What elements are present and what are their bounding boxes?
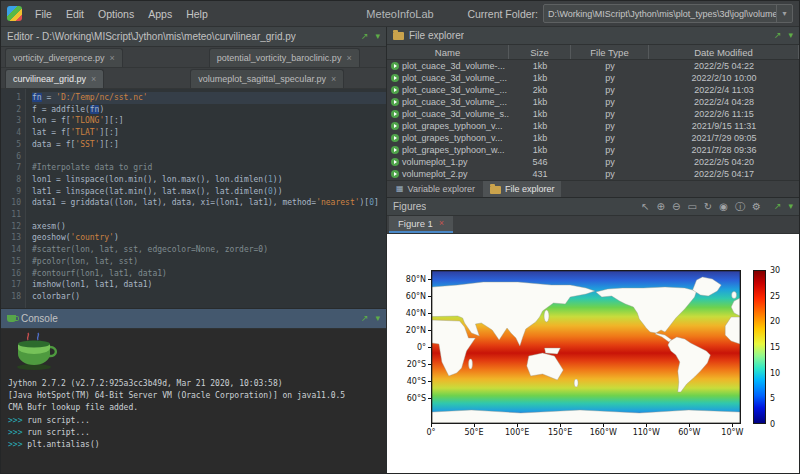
float-icon[interactable]: ↗ <box>774 202 782 211</box>
editor-tab-row-2: curvilinear_grid.py×volumeplot_sagittal_… <box>1 68 386 89</box>
console-line: >>> plt.antialias() <box>8 439 379 451</box>
colorbar-tick-label: 30 <box>770 266 780 275</box>
minimize-icon[interactable]: ▾ <box>788 202 793 211</box>
code-line: colorbar() <box>32 291 386 303</box>
menu-file[interactable]: File <box>28 5 59 23</box>
float-icon[interactable]: ↗ <box>774 31 782 40</box>
editor-tab[interactable]: potential_vorticity_baroclinic.py× <box>209 48 360 67</box>
table-row[interactable]: plot_cuace_3d_volume_...1kbpy2022/2/10 1… <box>387 72 799 84</box>
line-number: 6 <box>1 151 21 163</box>
figures-toolbar: ↖⊕⊖▭↻◉ⓘ⚙ <box>641 202 761 212</box>
column-header-file-type[interactable]: File Type <box>571 45 649 59</box>
current-folder-combobox[interactable]: D:\Working\MIScript\Jython\mis\plot_type… <box>543 4 793 23</box>
rotate-icon[interactable]: ↻ <box>704 202 712 212</box>
line-number: 3 <box>1 115 21 127</box>
y-tick <box>428 364 431 365</box>
close-tab-icon[interactable]: × <box>91 75 96 84</box>
code-line: f = addfile(fn) <box>32 104 386 116</box>
code-line: geoshow('country') <box>32 232 386 244</box>
table-row[interactable]: plot_cuace_3d_volume-...1kbpy2022/2/5 04… <box>387 60 799 72</box>
file-size: 2kb <box>509 85 571 95</box>
info-icon[interactable]: ⓘ <box>735 202 745 212</box>
column-header-name[interactable]: Name <box>387 45 509 59</box>
table-row[interactable]: plot_cuace_3d_volume_s...1kbpy2022/2/6 1… <box>387 108 799 120</box>
column-header-date-modified[interactable]: Date Modified <box>649 45 799 59</box>
menu-help[interactable]: Help <box>179 5 215 23</box>
editor-panel-header: Editor - D:\Working\MIScript\Jython\mis\… <box>1 27 386 47</box>
cursor-icon[interactable]: ↖ <box>641 202 649 212</box>
py-file-icon <box>391 74 399 82</box>
table-row[interactable]: plot_grapes_typhoon_v...1kbpy2021/7/29 0… <box>387 132 799 144</box>
minimize-icon[interactable]: ▾ <box>375 32 380 41</box>
folder-icon <box>490 186 501 194</box>
file-type: py <box>571 73 649 83</box>
editor-tab[interactable]: volumeplot_sagittal_specular.py× <box>190 69 344 88</box>
float-icon[interactable]: ↗ <box>361 32 369 41</box>
sst-map-plot[interactable] <box>431 270 741 424</box>
table-row[interactable]: plot_grapes_typhoon_v...1kbpy2021/9/15 1… <box>387 120 799 132</box>
figures-header-icons: ↗▾ <box>774 202 793 211</box>
x-tick <box>603 424 604 427</box>
file-type: py <box>571 97 649 107</box>
file-size: 1kb <box>509 73 571 83</box>
code-token: #scatter(lon, lat, sst, edgecolor=None, … <box>32 245 268 254</box>
py-file-icon <box>391 146 399 154</box>
chevron-down-icon[interactable]: ▾ <box>776 5 792 22</box>
code-token: data = f[ <box>32 140 75 149</box>
close-tab-icon[interactable]: × <box>346 54 351 63</box>
table-row[interactable]: plot_grapes_typhoon_w...1kbpy2021/7/28 0… <box>387 144 799 156</box>
code-line: data1 = griddata((lon, lat), data, xi=(l… <box>32 197 386 209</box>
zoom-rect-icon[interactable]: ▭ <box>687 202 696 212</box>
py-file-icon <box>391 170 399 178</box>
tab-variable-explorer[interactable]: ▦Variable explorer <box>389 181 482 197</box>
tab-file-explorer[interactable]: File explorer <box>483 181 562 197</box>
tab-figure-1[interactable]: Figure 1 × <box>389 216 453 233</box>
table-row[interactable]: volumeplot_2.py431py2022/2/5 04:17 <box>387 168 799 180</box>
editor-tab[interactable]: vorticity_divergence.py× <box>5 48 123 67</box>
close-tab-icon[interactable]: × <box>331 75 336 84</box>
console-title: Console <box>21 313 58 324</box>
console-panel-header: Console ↗▾ <box>1 309 386 329</box>
py-file-icon <box>391 98 399 106</box>
menu-edit[interactable]: Edit <box>59 5 91 23</box>
settings-icon[interactable]: ⚙ <box>752 202 761 212</box>
figures-title: Figures <box>393 201 426 212</box>
console-line: >>> run script... <box>8 415 379 427</box>
y-tick <box>428 296 431 297</box>
minimize-icon[interactable]: ▾ <box>375 314 380 323</box>
grid-icon: ▦ <box>396 185 404 193</box>
table-row[interactable]: plot_cuace_3d_volume_...1kbpy2022/2/4 04… <box>387 96 799 108</box>
code-editor[interactable]: 123456789101112131415161718 fn = 'D:/Tem… <box>1 89 386 308</box>
explorer-tabs: ▦Variable explorerFile explorer <box>387 180 799 197</box>
zoom-out-icon[interactable]: ⊖ <box>672 202 680 212</box>
menu-options[interactable]: Options <box>91 5 141 23</box>
close-tab-icon[interactable]: × <box>110 54 115 63</box>
code-line: lon1 = linspace(lon.min(), lon.max(), lo… <box>32 174 386 186</box>
file-name: plot_grapes_typhoon_v... <box>402 133 502 143</box>
minimize-icon[interactable]: ▾ <box>788 31 793 40</box>
close-figure-icon[interactable]: × <box>439 219 444 228</box>
editor-gutter: 123456789101112131415161718 <box>1 89 26 308</box>
table-row[interactable]: volumeplot_1.py546py2022/2/5 04:20 <box>387 156 799 168</box>
x-tick <box>431 424 432 427</box>
tab-label: potential_vorticity_baroclinic.py <box>217 53 342 63</box>
folder-icon <box>393 32 404 40</box>
editor-tab[interactable]: curvilinear_grid.py× <box>5 69 104 88</box>
table-row[interactable]: plot_cuace_3d_volume_...2kbpy2022/2/4 11… <box>387 84 799 96</box>
column-header-size[interactable]: Size <box>509 45 571 59</box>
file-table-header: NameSizeFile TypeDate Modified <box>387 45 799 60</box>
zoom-in-icon[interactable]: ⊕ <box>657 202 665 212</box>
console-input-area[interactable]: Jython 2.7.2 (v2.7.2:925a3cc3b49d, Mar 2… <box>1 329 386 473</box>
menu-apps[interactable]: Apps <box>141 5 179 23</box>
colorbar-tick-label: 0 <box>770 420 775 429</box>
current-folder-label: Current Folder: <box>467 8 538 20</box>
globe-icon[interactable]: ◉ <box>719 202 728 212</box>
menu-items: FileEditOptionsAppsHelp <box>28 5 215 23</box>
file-name: plot_grapes_typhoon_v... <box>402 121 502 131</box>
line-number: 10 <box>1 197 21 209</box>
y-tick-label: 80°N <box>387 274 426 283</box>
file-date: 2022/2/5 04:22 <box>649 61 799 71</box>
figure-canvas[interactable]: 80°N60°N40°N20°N0°20°S40°S60°S0°50°E100°… <box>387 234 799 473</box>
code-line: lat = f['TLAT'][:] <box>32 127 386 139</box>
float-icon[interactable]: ↗ <box>361 314 369 323</box>
